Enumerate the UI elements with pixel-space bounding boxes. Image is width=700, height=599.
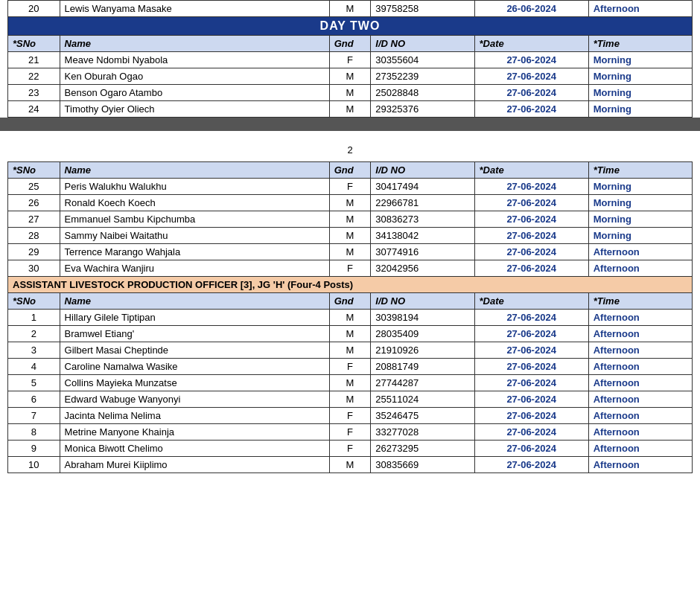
cell-time: Afternoon (588, 408, 692, 424)
day-two-header-row: DAY TWO (8, 17, 693, 36)
cell-time: Morning (588, 179, 692, 195)
table-row: 1 Hillary Gilele Tiptipan M 30398194 27-… (8, 310, 693, 326)
cell-time: Afternoon (588, 391, 692, 408)
cell-gnd: M (329, 326, 371, 342)
cell-date: 27-06-2024 (474, 408, 588, 424)
cell-name: Jacinta Nelima Nelima (60, 408, 329, 424)
table-row: 24 Timothy Oyier Oliech M 29325376 27-06… (8, 101, 693, 118)
section-col-header-row: *SNoNameGndI/D NO*Date*Time (8, 293, 693, 310)
top-section: 20 Lewis Wanyama Masake M 39758258 26-06… (0, 0, 700, 118)
column-header-row: *SNo Name Gnd I/D NO *Date *Time (8, 36, 693, 52)
cell-idno: 27352239 (371, 68, 474, 85)
cell-sno: 24 (8, 101, 60, 118)
cell-date: 27-06-2024 (474, 391, 588, 408)
cell-name: Sammy Naibei Waitathu (60, 228, 329, 244)
table-row: 22 Ken Oburah Ogao M 27352239 27-06-2024… (8, 68, 693, 85)
table-row: 26 Ronald Koech Koech M 22966781 27-06-2… (8, 195, 693, 211)
cell-sno: 29 (8, 244, 60, 260)
cell-time: Afternoon (588, 310, 692, 326)
cell-date: 27-06-2024 (474, 179, 588, 195)
cell-idno: 33277028 (371, 424, 474, 441)
table-row: 21 Meave Ndombi Nyabola F 30355604 27-06… (8, 52, 693, 68)
cell-date: 27-06-2024 (474, 228, 588, 244)
cell-gnd: M (329, 101, 371, 118)
table-row: 28 Sammy Naibei Waitathu M 34138042 27-0… (8, 228, 693, 244)
cell-gnd: F (329, 179, 371, 195)
cell-idno: 34138042 (371, 228, 474, 244)
cell-gnd: M (329, 1, 371, 17)
cell-idno: 21910926 (371, 342, 474, 359)
sec-col-4: *Date (474, 293, 588, 310)
cont-col-gnd: Gnd (329, 162, 371, 179)
cell-date: 27-06-2024 (474, 424, 588, 441)
cell-time: Afternoon (588, 326, 692, 342)
table-row: 2 Bramwel Etiang' M 28035409 27-06-2024 … (8, 326, 693, 342)
cell-name: Monica Biwott Chelimo (60, 441, 329, 457)
sec-col-3: I/D NO (371, 293, 474, 310)
table-row: 30 Eva Wachira Wanjiru F 32042956 27-06-… (8, 260, 693, 277)
table-row: 8 Metrine Manyone Khainja F 33277028 27-… (8, 424, 693, 441)
cell-time: Afternoon (588, 1, 692, 17)
cell-name: Metrine Manyone Khainja (60, 424, 329, 441)
cell-idno: 25028848 (371, 85, 474, 101)
cell-sno: 4 (8, 359, 60, 375)
cell-idno: 29325376 (371, 101, 474, 118)
cell-gnd: F (329, 359, 371, 375)
sec-col-0: *SNo (8, 293, 60, 310)
cell-date: 27-06-2024 (474, 52, 588, 68)
cont-col-date: *Date (474, 162, 588, 179)
cell-time: Morning (588, 211, 692, 228)
col-name: Name (60, 36, 329, 52)
cell-time: Morning (588, 85, 692, 101)
cell-time: Morning (588, 68, 692, 85)
section-header-body: ASSISTANT LIVESTOCK PRODUCTION OFFICER [… (8, 277, 693, 293)
cell-time: Afternoon (588, 342, 692, 359)
cell-gnd: M (329, 310, 371, 326)
cell-gnd: M (329, 228, 371, 244)
cell-idno: 25511024 (371, 391, 474, 408)
table-row: 29 Terrence Marango Wahjala M 30774916 2… (8, 244, 693, 260)
cell-gnd: M (329, 68, 371, 85)
cell-time: Afternoon (588, 375, 692, 391)
cell-sno: 26 (8, 195, 60, 211)
cell-gnd: M (329, 195, 371, 211)
section-header-row: ASSISTANT LIVESTOCK PRODUCTION OFFICER [… (8, 277, 693, 293)
cell-name: Timothy Oyier Oliech (60, 101, 329, 118)
cell-gnd: M (329, 391, 371, 408)
cell-sno: 28 (8, 228, 60, 244)
cell-idno: 22966781 (371, 195, 474, 211)
cell-date: 27-06-2024 (474, 68, 588, 85)
cell-gnd: F (329, 424, 371, 441)
table-row: 9 Monica Biwott Chelimo F 26273295 27-06… (8, 441, 693, 457)
cell-time: Afternoon (588, 244, 692, 260)
cell-idno: 20881749 (371, 359, 474, 375)
cell-gnd: M (329, 342, 371, 359)
cell-date: 27-06-2024 (474, 101, 588, 118)
page-number: 2 (0, 131, 700, 161)
cell-gnd: M (329, 375, 371, 391)
cell-date: 27-06-2024 (474, 85, 588, 101)
col-gnd: Gnd (329, 36, 371, 52)
cell-time: Morning (588, 195, 692, 211)
cell-gnd: M (329, 244, 371, 260)
table-row: 6 Edward Wabuge Wanyonyi M 25511024 27-0… (8, 391, 693, 408)
cell-name: Lewis Wanyama Masake (60, 1, 329, 17)
cell-date: 27-06-2024 (474, 195, 588, 211)
cell-name: Bramwel Etiang' (60, 326, 329, 342)
sec-col-2: Gnd (329, 293, 371, 310)
section-body: 1 Hillary Gilele Tiptipan M 30398194 27-… (8, 310, 693, 473)
cont-col-sno: *SNo (8, 162, 60, 179)
cell-time: Morning (588, 52, 692, 68)
cell-date: 27-06-2024 (474, 441, 588, 457)
cell-gnd: F (329, 260, 371, 277)
cell-idno: 30835669 (371, 457, 474, 473)
cell-gnd: M (329, 85, 371, 101)
gray-divider (0, 118, 700, 131)
cell-name: Benson Ogaro Atambo (60, 85, 329, 101)
cell-time: Afternoon (588, 359, 692, 375)
cell-idno: 26273295 (371, 441, 474, 457)
table-row: 5 Collins Mayieka Munzatse M 27744287 27… (8, 375, 693, 391)
page: 20 Lewis Wanyama Masake M 39758258 26-06… (0, 0, 700, 599)
cell-idno: 30836273 (371, 211, 474, 228)
continuation-body: 25 Peris Walukhu Walukhu F 30417494 27-0… (8, 179, 693, 277)
